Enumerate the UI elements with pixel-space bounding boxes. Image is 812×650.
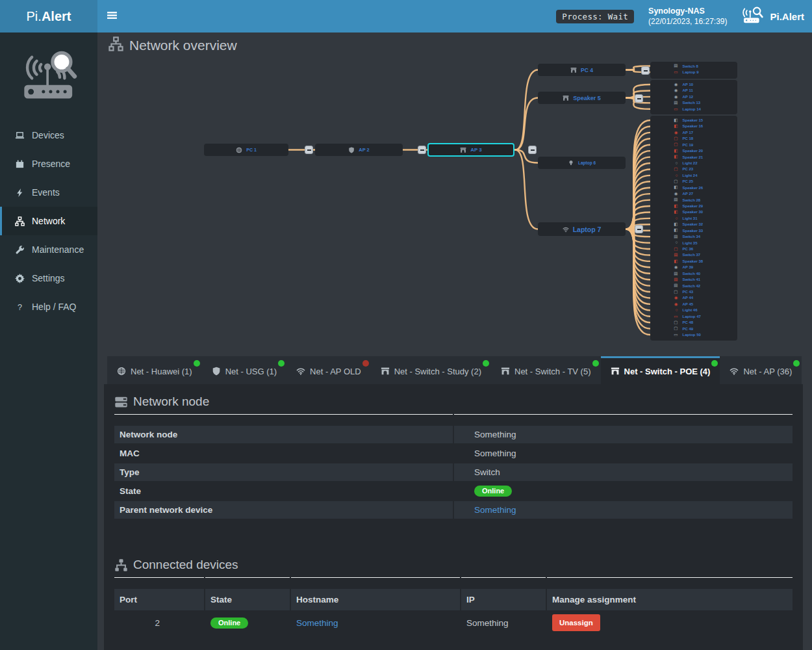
device-list-item-light-24[interactable]: ○Light 24: [650, 172, 737, 178]
collapse-button[interactable]: [641, 66, 650, 75]
device-label: AP 10: [683, 83, 718, 86]
diagram-node-pc-1[interactable]: PC 1: [204, 144, 288, 156]
pc-device-icon: ▢: [670, 247, 678, 252]
collapse-button[interactable]: [635, 225, 643, 233]
device-list-item-switch-40[interactable]: ▤Switch 40: [650, 270, 737, 276]
device-label: AP 11: [683, 88, 718, 92]
device-list-item-light-46[interactable]: ○Light 46: [650, 307, 737, 313]
sidebar-item-label: Settings: [32, 273, 65, 283]
device-list-item-speaker-26[interactable]: ◧Speaker 26: [650, 185, 737, 190]
device-label: AP 39: [683, 265, 718, 269]
brand-text: Pi.Alert: [770, 11, 804, 22]
device-list-item-speaker-29[interactable]: ◧Speaker 29: [650, 203, 737, 209]
device-list-item-ap-45[interactable]: ◉AP 45: [650, 301, 737, 307]
section-title: Connected devices: [133, 558, 238, 572]
device-list-item-switch-41[interactable]: ▤Switch 41: [650, 277, 737, 283]
tab-net-ap-old[interactable]: Net - AP OLD: [286, 356, 371, 384]
device-list-item-speaker-33[interactable]: ◧Speaker 33: [650, 228, 737, 233]
device-list-item-laptop-14[interactable]: ▭Laptop 14: [650, 106, 737, 112]
sidebar-item-maintenance[interactable]: Maintenance: [0, 235, 97, 264]
collapse-button[interactable]: [528, 146, 537, 154]
device-list-item-pc-25[interactable]: ▢PC 25: [650, 179, 737, 185]
ap-device-icon: ◉: [670, 83, 678, 87]
diagram-node-laptop-6[interactable]: Laptop 6: [538, 157, 626, 169]
device-list-item-switch-37[interactable]: ▤Switch 37: [650, 252, 737, 258]
device-label: PC 18: [683, 136, 718, 140]
device-list-item-pc-49[interactable]: ▢PC 49: [650, 326, 737, 332]
sidebar-item-settings[interactable]: Settings: [0, 264, 97, 292]
device-label: Speaker 33: [683, 229, 718, 233]
network-node-row: TypeSwitch: [114, 463, 793, 481]
device-list-item-switch-42[interactable]: ▤Switch 42: [650, 283, 737, 289]
row-label: Type: [114, 463, 453, 481]
collapse-button[interactable]: [418, 146, 426, 154]
tab-net-switch-tv-5[interactable]: Net - Switch - TV (5): [491, 356, 601, 384]
device-list-item-laptop-47[interactable]: ▭Laptop 47: [650, 313, 737, 319]
collapse-button[interactable]: [635, 94, 643, 103]
tab-net-switch-study-2[interactable]: Net - Switch - Study (2): [371, 356, 491, 384]
ap-device-icon: ◉: [670, 302, 678, 307]
diagram-node-speaker-5[interactable]: Speaker 5: [538, 92, 626, 104]
device-list-item-ap-44[interactable]: ◉AP 44: [650, 295, 737, 301]
status-badge: Online: [210, 618, 248, 629]
device-list-item-light-22[interactable]: ○Light 22: [650, 161, 737, 166]
navbar-brand[interactable]: Pi.Alert: [741, 6, 804, 27]
archway-icon: [563, 95, 569, 101]
unassign-button[interactable]: Unassign: [552, 614, 600, 631]
speaker-device-icon: ◧: [670, 124, 678, 129]
device-list-item-pc-23[interactable]: ▢PC 23: [650, 166, 737, 172]
device-list-item-light-35[interactable]: ○Light 35: [650, 240, 737, 246]
sidebar-item-presence[interactable]: Presence: [0, 150, 97, 178]
tab-net-ap-36[interactable]: Net - AP (36): [720, 356, 802, 384]
device-list-item-pc-43[interactable]: ▢PC 43: [650, 289, 737, 295]
device-list-item-speaker-20[interactable]: ◧Speaker 20: [650, 148, 737, 154]
diagram-node-ap-2[interactable]: AP 2: [315, 144, 403, 156]
device-list-item-speaker-30[interactable]: ◧Speaker 30: [650, 209, 737, 215]
parent-device-link[interactable]: Something: [474, 505, 516, 515]
tab-net-huawei-1[interactable]: Net - Huawei (1): [107, 356, 202, 384]
device-list-item-pc-36[interactable]: ▢PC 36: [650, 246, 737, 252]
device-list-item-pc-19[interactable]: ▢PC 19: [650, 142, 737, 148]
device-group-panel: ◧Speaker 15◧Speaker 16◉AP 17▢PC 18▢PC 19…: [650, 116, 737, 341]
device-list-item-ap-10[interactable]: ◉AP 10: [650, 82, 737, 88]
device-list-item-laptop-50[interactable]: ▭Laptop 50: [650, 332, 737, 338]
tab-label: Net - USG (1): [225, 367, 277, 376]
tab-net-switch-poe-4[interactable]: Net - Switch - POE (4): [601, 356, 720, 384]
device-list-item-ap-27[interactable]: ◉AP 27: [650, 191, 737, 197]
sidebar-item-network[interactable]: Network: [0, 207, 97, 235]
sidebar-item-help-faq[interactable]: ?Help / FAQ: [0, 292, 97, 321]
device-list-item-switch-8[interactable]: ▤Switch 8: [650, 63, 737, 69]
device-list-item-speaker-32[interactable]: ◧Speaker 32: [650, 222, 737, 228]
hostname-link[interactable]: Something: [296, 618, 338, 628]
diagram-node-laptop-7[interactable]: Laptop 7: [538, 222, 626, 236]
device-label: Switch 28: [683, 198, 718, 202]
tab-net-usg-1[interactable]: Net - USG (1): [202, 356, 286, 384]
device-list-item-switch-28[interactable]: ▤Switch 28: [650, 197, 737, 203]
device-list-item-ap-39[interactable]: ◉AP 39: [650, 265, 737, 270]
device-list-item-ap-17[interactable]: ◉AP 17: [650, 129, 737, 135]
diagram-node-ap-3[interactable]: AP 3: [427, 143, 514, 157]
device-list-item-switch-34[interactable]: ▤Switch 34: [650, 234, 737, 240]
device-list-item-light-31[interactable]: ○Light 31: [650, 215, 737, 221]
device-list-item-ap-11[interactable]: ◉AP 11: [650, 88, 737, 94]
device-list-item-pc-48[interactable]: ▢PC 48: [650, 320, 737, 326]
device-list-item-ap-12[interactable]: ◉AP 12: [650, 94, 737, 99]
collapse-button[interactable]: [305, 146, 313, 154]
device-list-item-speaker-21[interactable]: ◧Speaker 21: [650, 154, 737, 160]
device-list-item-switch-13[interactable]: ▤Switch 13: [650, 100, 737, 106]
diagram-node-pc-4[interactable]: PC 4: [538, 64, 626, 76]
device-list-item-pc-18[interactable]: ▢PC 18: [650, 136, 737, 142]
sidebar-item-events[interactable]: Events: [0, 178, 97, 207]
device-label: Speaker 21: [683, 155, 718, 159]
device-list-item-speaker-16[interactable]: ◧Speaker 16: [650, 124, 737, 129]
device-list-item-speaker-15[interactable]: ◧Speaker 15: [650, 118, 737, 124]
sidebar-item-devices[interactable]: Devices: [0, 121, 97, 150]
app-logo[interactable]: Pi.Alert: [0, 0, 97, 32]
device-list-item-laptop-9[interactable]: ▭Laptop 9: [650, 70, 737, 75]
row-label: Network node: [114, 426, 453, 443]
ap-device-icon: ◉: [670, 265, 678, 270]
device-list-item-speaker-38[interactable]: ◧Speaker 38: [650, 258, 737, 264]
svg-text:?: ?: [18, 303, 22, 312]
process-status-badge: Process: Wait: [556, 10, 634, 23]
sidebar-toggle-button[interactable]: [97, 0, 126, 32]
